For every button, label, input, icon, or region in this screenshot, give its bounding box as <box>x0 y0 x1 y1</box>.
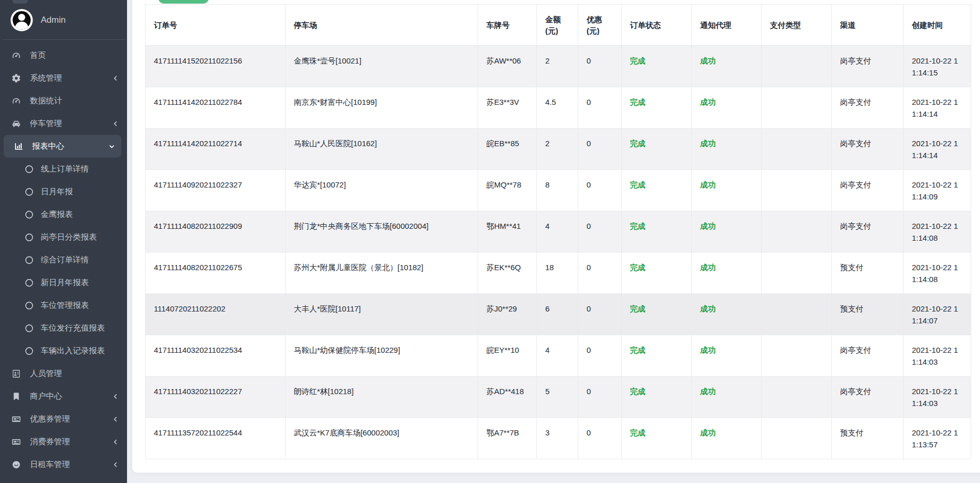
sidebar-subitem-label: 新日月年报表 <box>41 277 89 288</box>
cell-pay_type <box>762 170 832 211</box>
gauge-icon <box>10 50 22 60</box>
bar-chart-icon <box>12 141 24 151</box>
cell-parking_lot: 马鞍山*幼保健院停车场[10229] <box>286 335 478 377</box>
sidebar-subitem-label: 日月年报 <box>41 186 73 197</box>
cell-pay_type <box>762 377 832 418</box>
orders-table: 订单号停车场车牌号金额(元)优惠(元)订单状态通知代理支付类型渠道创建时间 41… <box>145 4 971 459</box>
column-header-pay_type: 支付类型 <box>762 5 832 46</box>
cell-plate: 苏E3**3V <box>478 87 537 129</box>
cell-status: 完成 <box>622 335 692 377</box>
sidebar-item-personnel-management[interactable]: 人员管理 <box>0 362 127 385</box>
sidebar-subitem-online-order-details[interactable]: 线上订单详情 <box>0 158 127 180</box>
sidebar-subitem-parking-space-issue-recharge-report[interactable]: 车位发行充值报表 <box>0 317 127 339</box>
table-row: 417111140820211022675苏州大*附属儿童医院（景北）[1018… <box>146 253 971 294</box>
cell-amount: 4 <box>537 335 578 377</box>
sidebar-subitem-booth-daily-category-report[interactable]: 岗亭日分类报表 <box>0 226 127 248</box>
sidebar-subitem-daily-monthly-yearly-report[interactable]: 日月年报 <box>0 180 127 203</box>
cell-parking_lot: 大丰人*医院[10117] <box>286 294 478 335</box>
chevron-left-icon <box>112 416 119 423</box>
cell-channel: 预支付 <box>832 418 904 459</box>
ticket-card-icon <box>10 437 22 447</box>
cell-plate: 苏AD**418 <box>478 377 537 418</box>
cell-notify: 成功 <box>692 170 762 211</box>
table-row: 417111141420211022714马鞍山*人民医院[10162]皖EB*… <box>146 129 971 170</box>
cell-amount: 8 <box>537 170 578 211</box>
cell-parking_lot: 苏州大*附属儿童医院（景北）[10182] <box>286 253 478 294</box>
cell-plate: 皖MQ**78 <box>478 170 537 211</box>
cell-parking_lot: 朗诗红*林[10218] <box>286 377 478 418</box>
user-avatar-icon <box>10 9 33 32</box>
sidebar-item-label: 人员管理 <box>30 368 62 379</box>
sidebar-subitem-jinying-report[interactable]: 金鹰报表 <box>0 203 127 226</box>
sidebar-subitem-vehicle-in-out-record-report[interactable]: 车辆出入记录报表 <box>0 339 127 362</box>
cell-discount: 0 <box>578 294 622 335</box>
circle-icon <box>24 301 34 310</box>
sidebar-item-merchant-center[interactable]: 商户中心 <box>0 385 127 408</box>
sidebar-item-label: 停车管理 <box>30 118 62 129</box>
sidebar-item-report-center[interactable]: 报表中心 <box>4 135 121 158</box>
cell-created: 2021-10-22 11:14:15 <box>904 46 971 87</box>
sidebar-item-label: 系统管理 <box>30 73 62 84</box>
sidebar-subitem-comprehensive-order-details[interactable]: 综合订单详情 <box>0 248 127 271</box>
sidebar-item-label: 报表中心 <box>32 141 64 152</box>
table-row: 417111135720211022544武汉云*K7底商车场[60002003… <box>146 418 971 459</box>
sidebar-item-system-management[interactable]: 系统管理 <box>0 67 127 89</box>
cell-pay_type <box>762 211 832 253</box>
column-header-channel: 渠道 <box>832 5 904 46</box>
sidebar-item-consumption-coupon-management[interactable]: 消费券管理 <box>0 430 127 453</box>
table-row: 417111141520211022156金鹰珠*壹号[10021]苏AW**0… <box>146 46 971 87</box>
cell-amount: 18 <box>537 253 578 294</box>
sidebar-item-daily-rental-car-management[interactable]: 日租车管理 <box>0 453 127 476</box>
cell-amount: 6 <box>537 294 578 335</box>
cell-notify: 成功 <box>692 418 762 459</box>
cell-status: 完成 <box>622 170 692 211</box>
column-header-amount: 金额(元) <box>537 5 578 46</box>
cell-pay_type <box>762 46 832 87</box>
cell-notify: 成功 <box>692 294 762 335</box>
partial-green-button[interactable] <box>158 0 209 4</box>
cell-plate: 苏AW**06 <box>478 46 537 87</box>
cell-order_no: 417111140320211022534 <box>146 335 286 377</box>
cell-channel: 岗亭支付 <box>832 211 904 253</box>
cell-notify: 成功 <box>692 253 762 294</box>
sidebar-subitem-label: 车位管理报表 <box>41 300 89 311</box>
gear-icon <box>10 73 22 83</box>
sidebar-item-coupon-management[interactable]: 优惠券管理 <box>0 408 127 430</box>
column-header-order_no: 订单号 <box>146 5 286 46</box>
sidebar-item-parking-management[interactable]: 停车管理 <box>0 112 127 135</box>
cell-amount: 4 <box>537 211 578 253</box>
cell-created: 2021-10-22 11:14:09 <box>904 170 971 211</box>
cell-amount: 4.5 <box>537 87 578 129</box>
table-row: 11140720211022202大丰人*医院[10117]苏J0**2960完… <box>146 294 971 335</box>
cell-order_no: 417111141520211022156 <box>146 46 286 87</box>
chevron-down-icon <box>108 143 115 150</box>
cell-discount: 0 <box>578 335 622 377</box>
brand-logo-partial <box>12 0 28 4</box>
circle-icon <box>24 323 34 333</box>
cell-notify: 成功 <box>692 377 762 418</box>
column-header-parking_lot: 停车场 <box>286 5 478 46</box>
column-header-discount: 优惠(元) <box>578 5 622 46</box>
sidebar-item-data-statistics[interactable]: 数据统计 <box>0 89 127 112</box>
table-row: 417111140920211022327华达宾*[10072]皖MQ**788… <box>146 170 971 211</box>
bookmark-icon <box>10 391 22 401</box>
sidebar-item-label: 首页 <box>30 50 46 61</box>
cell-amount: 3 <box>537 418 578 459</box>
chevron-left-icon <box>112 75 119 82</box>
table-header-row: 订单号停车场车牌号金额(元)优惠(元)订单状态通知代理支付类型渠道创建时间 <box>146 5 971 46</box>
user-panel[interactable]: Admin <box>0 4 127 36</box>
cell-plate: 皖EB**85 <box>478 129 537 170</box>
sidebar-item-home[interactable]: 首页 <box>0 44 127 67</box>
sidebar-item-label: 商户中心 <box>30 391 62 402</box>
sidebar-subitem-new-daily-monthly-yearly-report[interactable]: 新日月年报表 <box>0 271 127 294</box>
cell-status: 完成 <box>622 418 692 459</box>
cell-discount: 0 <box>578 170 622 211</box>
cell-parking_lot: 荆门龙*中央商务区地下车场[60002004] <box>286 211 478 253</box>
cell-order_no: 417111141420211022784 <box>146 87 286 129</box>
cell-notify: 成功 <box>692 335 762 377</box>
sidebar-subitem-parking-space-management-report[interactable]: 车位管理报表 <box>0 294 127 317</box>
cell-order_no: 417111135720211022544 <box>146 418 286 459</box>
cell-parking_lot: 南京东*财富中心[10199] <box>286 87 478 129</box>
cell-pay_type <box>762 253 832 294</box>
cell-pay_type <box>762 294 832 335</box>
